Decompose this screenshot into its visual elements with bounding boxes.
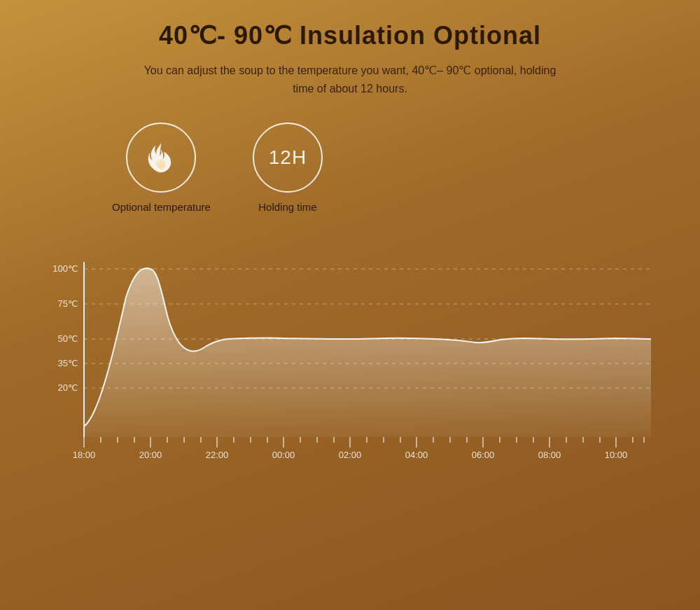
x-label-0200: 02:00 [339, 450, 362, 460]
chart-fill-area [84, 268, 651, 437]
y-label-100: 100℃ [52, 263, 78, 274]
chart-container: 100℃ 75℃ 50℃ 35℃ 20℃ [42, 248, 658, 486]
y-label-75: 75℃ [58, 298, 78, 309]
main-title: 40℃- 90℃ Insulation Optional [159, 21, 541, 50]
page-container: 40℃- 90℃ Insulation Optional You can adj… [0, 0, 700, 610]
x-label-0000: 00:00 [272, 450, 295, 460]
icons-row: Optional temperature 12H Holding time [42, 123, 658, 213]
time-display: 12H [269, 146, 307, 169]
x-label-1800: 18:00 [73, 450, 96, 460]
time-label: Holding time [258, 201, 316, 213]
x-label-0600: 06:00 [472, 450, 495, 460]
temperature-icon-circle [126, 123, 196, 193]
x-label-2200: 22:00 [206, 450, 229, 460]
x-label-2000: 20:00 [139, 450, 162, 460]
flame-icon [143, 139, 179, 176]
x-label-0400: 04:00 [405, 450, 428, 460]
temperature-chart: 100℃ 75℃ 50℃ 35℃ 20℃ [42, 248, 658, 486]
y-label-20: 20℃ [58, 382, 78, 393]
x-label-0800: 08:00 [538, 450, 561, 460]
x-label-1000: 10:00 [605, 450, 628, 460]
time-icon-item: 12H Holding time [253, 123, 323, 213]
subtitle: You can adjust the soup to the temperatu… [140, 62, 560, 97]
temperature-label: Optional temperature [112, 201, 211, 213]
time-icon-circle: 12H [253, 123, 323, 193]
y-label-50: 50℃ [58, 333, 78, 344]
temperature-icon-item: Optional temperature [112, 123, 211, 213]
y-label-35: 35℃ [58, 358, 78, 368]
